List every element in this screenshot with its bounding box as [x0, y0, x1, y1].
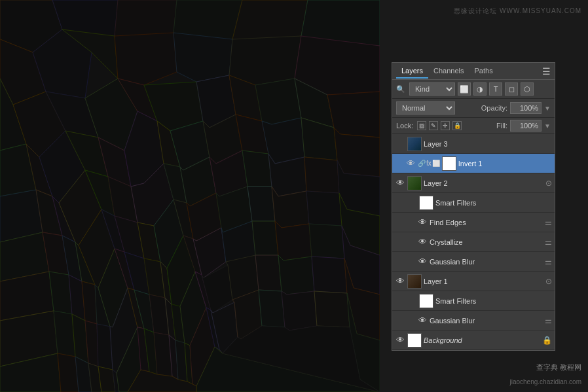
layer-row[interactable]: Smart Filters [392, 193, 555, 213]
svg-marker-101 [255, 255, 282, 291]
visibility-toggle[interactable]: 👁 [395, 335, 405, 346]
layer-row[interactable]: 👁 🔗 fx ⬜ Invert 1 [392, 154, 555, 173]
panel-menu-button[interactable]: ☰ [542, 66, 551, 77]
filter-name: Gaussian Blur [430, 258, 543, 266]
smart-filter-thumbnail [419, 294, 433, 308]
lock-row: Lock: ▨ ✎ ✛ 🔒 Fill: 100% ▼ [392, 118, 555, 134]
eye-icon: 👁 [407, 158, 415, 168]
layer-thumbnail [407, 137, 422, 151]
lock-transparent-button[interactable]: ▨ [417, 121, 426, 130]
layer-row[interactable]: 👁 Layer 2 ⊙ [392, 173, 555, 193]
svg-marker-12 [229, 36, 301, 85]
svg-marker-48 [242, 151, 272, 187]
filter-name: Find Edges [430, 219, 543, 226]
eye-icon: 👁 [396, 276, 405, 286]
link-icon: 🔗 [418, 160, 426, 167]
shape-filter-button[interactable]: ◻ [505, 82, 518, 96]
panel-tabs: Layers Channels Paths ☰ [392, 63, 555, 80]
watermark-bottom2: jiaocheng.chazidian.com [509, 378, 581, 385]
eye-icon: 👁 [396, 335, 405, 345]
kind-row: 🔍 Kind ⬜ ◑ T ◻ ⬡ [392, 80, 555, 99]
lock-icon: 🔒 [542, 336, 552, 345]
smart-object-icon: ⊙ [545, 179, 552, 188]
layer-thumbnail [442, 156, 456, 171]
layer-name: Background [424, 336, 540, 344]
eye-icon: 👁 [396, 178, 405, 188]
layer-thumbnail [407, 274, 422, 289]
visibility-toggle[interactable]: 👁 [417, 257, 428, 267]
svg-marker-123 [282, 291, 317, 330]
svg-marker-82 [252, 221, 278, 255]
layer-name: Layer 1 [424, 277, 543, 285]
pixel-filter-button[interactable]: ⬜ [458, 82, 471, 96]
adjust-filter-button[interactable]: ◑ [473, 82, 487, 96]
layer-name: Layer 2 [424, 179, 543, 187]
layer-row[interactable]: Smart Filters [392, 291, 555, 311]
watermark-bottom: 查字典 教程网 [536, 363, 581, 372]
layer-row[interactable]: 👁 Layer 1 ⊙ [392, 272, 555, 291]
svg-marker-122 [259, 290, 285, 327]
smart-filters-label: Smart Filters [435, 297, 552, 305]
layer-name: Invert 1 [458, 160, 552, 168]
layers-list[interactable]: Layer 3 👁 🔗 fx ⬜ Invert 1 👁 Layer 2 ⊙ [392, 134, 555, 350]
canvas-area [0, 0, 380, 392]
layer-row[interactable]: Layer 3 [392, 134, 555, 154]
mask-icon: ⬜ [432, 160, 440, 167]
opacity-label: Opacity: [481, 104, 507, 112]
layers-panel: Layers Channels Paths ☰ 🔍 Kind ⬜ ◑ T ◻ ⬡… [392, 62, 555, 351]
blend-row: Normal Opacity: 100% ▼ [392, 99, 555, 118]
visibility-toggle[interactable]: 👁 [417, 315, 428, 326]
tab-paths[interactable]: Paths [469, 64, 498, 79]
search-icon: 🔍 [396, 85, 405, 94]
visibility-toggle[interactable]: 👁 [405, 158, 416, 169]
eye-icon: 👁 [418, 257, 427, 266]
lock-label: Lock: [396, 122, 413, 130]
layer-row[interactable]: 👁 Find Edges ⚌ [392, 213, 555, 232]
fill-dropdown[interactable]: ▼ [544, 122, 551, 130]
filter-options-icon[interactable]: ⚌ [545, 257, 552, 266]
visibility-toggle[interactable]: 👁 [395, 178, 405, 188]
fill-value[interactable]: 100% [510, 120, 542, 132]
svg-marker-124 [314, 291, 350, 327]
kind-select[interactable]: Kind [409, 82, 455, 96]
eye-icon: 👁 [418, 237, 427, 247]
filter-options-icon[interactable]: ⚌ [545, 238, 552, 247]
svg-marker-11 [174, 33, 232, 82]
svg-marker-83 [275, 221, 312, 260]
filter-name: Crystallize [430, 238, 543, 246]
filter-options-icon[interactable]: ⚌ [545, 218, 552, 227]
svg-marker-64 [248, 187, 275, 221]
svg-marker-102 [278, 255, 314, 294]
layer-thumbnail [407, 176, 422, 190]
visibility-toggle[interactable]: 👁 [417, 217, 428, 228]
svg-marker-103 [312, 257, 347, 293]
filter-name: Gaussian Blur [430, 317, 543, 325]
opacity-dropdown[interactable]: ▼ [544, 105, 551, 112]
eye-icon: 👁 [418, 315, 427, 325]
smart-object-icon: ⊙ [545, 277, 552, 286]
smart-filters-label: Smart Filters [435, 199, 552, 207]
opacity-value[interactable]: 100% [510, 102, 542, 114]
layer-row[interactable]: 👁 Crystallize ⚌ [392, 232, 555, 252]
smart-filter-thumbnail [419, 196, 433, 210]
fx-icon: fx [426, 160, 432, 167]
visibility-toggle[interactable]: 👁 [395, 276, 405, 287]
lock-pixels-button[interactable]: ✎ [429, 121, 438, 130]
layer-row[interactable]: 👁 Gaussian Blur ⚌ [392, 252, 555, 272]
svg-marker-66 [306, 191, 342, 226]
lock-position-button[interactable]: ✛ [441, 121, 450, 130]
svg-marker-22 [255, 79, 301, 124]
filter-options-icon[interactable]: ⚌ [545, 316, 552, 325]
layer-thumbnail [407, 333, 422, 347]
type-filter-button[interactable]: T [489, 82, 502, 96]
tab-layers[interactable]: Layers [396, 64, 428, 79]
watermark-top: 思缘设计论坛 WWW.MISSYUAN.COM [454, 7, 581, 16]
layer-row[interactable]: 👁 Background 🔒 [392, 330, 555, 350]
blend-mode-select[interactable]: Normal [396, 101, 455, 115]
smart-filter-button[interactable]: ⬡ [521, 82, 534, 96]
visibility-toggle[interactable]: 👁 [417, 237, 428, 247]
layer-row[interactable]: 👁 Gaussian Blur ⚌ [392, 311, 555, 330]
tab-channels[interactable]: Channels [428, 64, 469, 79]
eye-icon: 👁 [418, 217, 427, 227]
lock-all-button[interactable]: 🔒 [452, 121, 462, 130]
